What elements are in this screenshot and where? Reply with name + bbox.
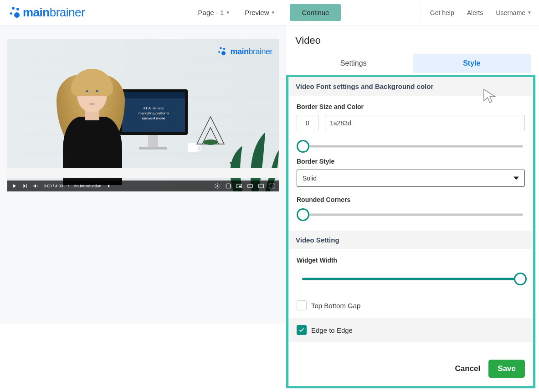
checkbox-label: Top Bottom Gap <box>311 302 360 309</box>
preview-dropdown[interactable]: Preview▼ <box>245 9 275 16</box>
checkbox-label: Edge to Edge <box>311 326 353 334</box>
save-button[interactable]: Save <box>488 360 525 378</box>
volume-icon[interactable] <box>33 183 39 189</box>
page-dropdown[interactable]: Page - 1▼ <box>198 9 231 16</box>
caret-down-icon <box>513 177 519 180</box>
label-rounded-corners: Rounded Corners <box>297 196 525 203</box>
tab-settings[interactable]: Settings <box>294 54 413 73</box>
style-panel: Video Font settings and Background color… <box>286 75 535 388</box>
svg-rect-4 <box>239 186 241 187</box>
caret-down-icon: ▼ <box>527 10 532 15</box>
gear-icon[interactable] <box>214 183 221 189</box>
next-icon[interactable] <box>22 183 28 189</box>
panel-title: Video <box>286 26 539 54</box>
video-preview[interactable]: #1 All-in-one marketing platform convert… <box>7 39 279 191</box>
logo-dots-icon <box>7 6 21 20</box>
chevron-right-icon[interactable] <box>106 183 112 189</box>
right-panel: Video Settings Style Video Font settings… <box>286 26 539 392</box>
logo-text: mainbrainer <box>23 5 85 20</box>
svg-rect-5 <box>248 185 253 187</box>
footer-actions: Cancel Save <box>288 348 533 386</box>
label-border-size-color: Border Size and Color <box>297 103 525 110</box>
person-graphic <box>39 48 139 185</box>
widget-width-slider[interactable] <box>297 272 525 286</box>
alerts-link[interactable]: Alerts <box>467 9 483 16</box>
get-help-link[interactable]: Get help <box>430 9 454 16</box>
border-size-slider[interactable] <box>297 139 525 153</box>
play-icon[interactable] <box>11 183 17 189</box>
username-dropdown[interactable]: Username▼ <box>496 9 532 16</box>
border-color-input[interactable] <box>325 115 525 131</box>
terrarium-graphic <box>192 112 229 149</box>
checkbox-icon <box>297 300 307 310</box>
checkbox-top-bottom-gap[interactable]: Top Bottom Gap <box>288 293 533 318</box>
svg-rect-2 <box>226 184 230 188</box>
player-time: 0:00 / 4:03 <box>44 184 63 188</box>
header-center: Page - 1▼ Preview▼ Continue <box>198 4 341 21</box>
border-size-input[interactable] <box>297 115 318 131</box>
cancel-button[interactable]: Cancel <box>455 364 481 373</box>
header: mainbrainer Page - 1▼ Preview▼ Continue … <box>0 0 539 26</box>
cc-icon[interactable] <box>258 183 264 189</box>
miniplayer-icon[interactable] <box>236 183 242 189</box>
caret-down-icon: ▼ <box>226 10 230 15</box>
checkbox-edge-to-edge[interactable]: Edge to Edge <box>288 318 533 342</box>
player-bar: 0:00 / 4:03 • An Introduction <box>7 181 279 191</box>
label-border-style: Border Style <box>297 158 525 165</box>
logo[interactable]: mainbrainer <box>7 5 85 20</box>
section-header-font: Video Font settings and Background color <box>288 77 533 96</box>
continue-button[interactable]: Continue <box>290 4 341 21</box>
caret-down-icon: ▼ <box>271 10 276 15</box>
theater-icon[interactable] <box>247 183 253 189</box>
rounded-corners-slider[interactable] <box>297 208 525 222</box>
video-logo: mainbrainer <box>215 45 272 58</box>
svg-point-1 <box>216 185 218 187</box>
settings-icon[interactable] <box>225 183 231 189</box>
fullscreen-icon[interactable] <box>269 183 275 189</box>
section-header-video-setting: Video Setting <box>288 231 533 249</box>
svg-point-0 <box>203 139 218 145</box>
label-widget-width: Widget Width <box>297 257 525 264</box>
main: #1 All-in-one marketing platform convert… <box>0 26 539 392</box>
player-title: An Introduction <box>74 184 102 188</box>
checkbox-checked-icon <box>297 325 307 335</box>
tab-style[interactable]: Style <box>413 54 531 73</box>
svg-rect-6 <box>259 184 264 188</box>
border-style-select[interactable]: Solid <box>297 170 525 187</box>
canvas-area: #1 All-in-one marketing platform convert… <box>0 26 286 392</box>
header-right: Get help Alerts Username▼ <box>421 4 532 22</box>
tabs: Settings Style <box>286 54 539 73</box>
